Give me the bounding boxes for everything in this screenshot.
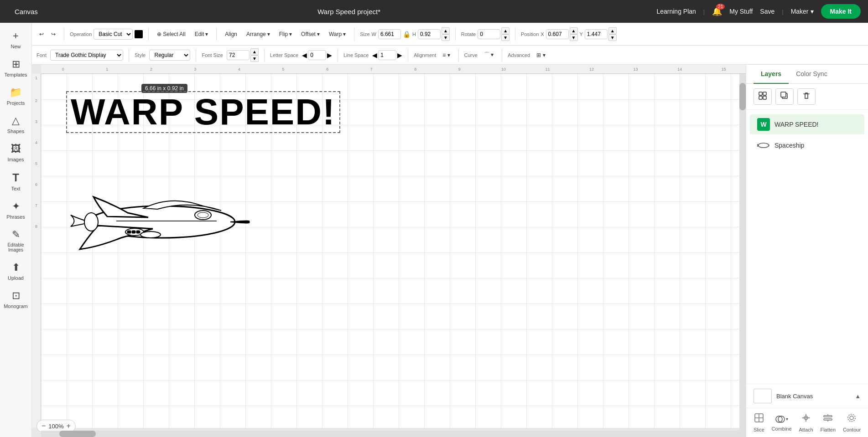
sidebar-item-new[interactable]: + New (1, 26, 31, 53)
width-input[interactable] (378, 29, 401, 39)
layer-item-spaceship[interactable]: Spaceship (750, 135, 864, 155)
sidebar-item-images[interactable]: 🖼 Images (1, 139, 31, 166)
editable-images-icon: ✎ (12, 229, 20, 241)
font-size-label: Font Size (202, 52, 223, 58)
advanced-button[interactable]: ⊞ ▾ (534, 50, 548, 60)
letter-space-increase[interactable]: ▶ (327, 51, 332, 59)
make-it-button[interactable]: Make It (821, 4, 861, 19)
horizontal-scrollbar[interactable] (41, 431, 746, 437)
sidebar-item-phrases[interactable]: ✦ Phrases (1, 197, 31, 223)
svg-point-27 (848, 414, 855, 422)
layer-spaceship-name: Spaceship (774, 142, 804, 149)
operation-select[interactable]: Basic Cut (94, 29, 133, 40)
position-y-label: Y (580, 31, 583, 37)
slice-icon (754, 413, 764, 425)
rotate-input[interactable] (478, 29, 500, 39)
sidebar-item-upload[interactable]: ⬆ Upload (1, 258, 31, 284)
sidebar-item-editable-images[interactable]: ✎ Editable Images (1, 225, 31, 256)
sidebar-item-monogram[interactable]: ⊡ Monogram (1, 286, 31, 313)
warp-button[interactable]: Warp ▾ (326, 29, 348, 39)
undo-button[interactable]: ↩ (36, 29, 47, 39)
delete-button[interactable] (797, 88, 816, 105)
select-all-button[interactable]: ⊕ Select All (154, 29, 188, 39)
size-label: Size (360, 31, 369, 37)
toolbar-area: ↩ ↪ Operation Basic Cut ⊕ Select All Edi… (32, 23, 868, 437)
font-size-group: ▲ ▼ (227, 48, 259, 62)
height-up-btn[interactable]: ▲ (442, 27, 450, 34)
ruler-top: 0 1 2 3 4 5 6 7 8 9 10 11 12 13 14 15 (41, 65, 746, 74)
left-sidebar: + New ⊞ Templates 📁 Projects △ Shapes 🖼 … (0, 23, 32, 437)
y-up-btn[interactable]: ▲ (608, 27, 617, 34)
flip-button[interactable]: Flip ▾ (276, 29, 295, 39)
contour-action[interactable]: Contour (843, 413, 861, 432)
vertical-scrollbar[interactable] (739, 74, 746, 431)
letter-space-input[interactable] (308, 50, 326, 60)
combine-action[interactable]: ▾ Combine (772, 414, 792, 432)
height-down-btn[interactable]: ▼ (442, 34, 450, 41)
x-down-btn[interactable]: ▼ (570, 34, 578, 41)
tab-layers[interactable]: Layers (754, 65, 789, 84)
sidebar-item-projects[interactable]: 📁 Projects (1, 83, 31, 109)
undo-redo-group: ↩ ↪ (36, 29, 58, 39)
sidebar-item-shapes[interactable]: △ Shapes (1, 111, 31, 138)
zoom-in-button[interactable]: + (67, 422, 71, 430)
line-space-decrease[interactable]: ◀ (372, 51, 377, 59)
duplicate-button[interactable] (775, 88, 794, 105)
spaceship-element[interactable] (62, 172, 258, 263)
arrange-button[interactable]: Arrange ▾ (244, 29, 273, 39)
edit-button[interactable]: Edit ▾ (192, 29, 211, 39)
font-label: Font (36, 52, 47, 58)
rotate-down-btn[interactable]: ▼ (501, 34, 509, 41)
shapes-icon: △ (12, 115, 20, 127)
alignment-button[interactable]: ≡ ▾ (440, 50, 452, 60)
svg-rect-11 (763, 92, 766, 95)
project-title[interactable]: Warp Speed project* (49, 8, 650, 15)
slice-action[interactable]: Slice (754, 413, 764, 432)
color-box[interactable] (135, 30, 143, 38)
y-down-btn[interactable]: ▼ (608, 34, 617, 41)
font-select[interactable]: Trade Gothic Display (50, 50, 123, 61)
warp-speed-text-element[interactable]: WARP SPEED! (66, 91, 340, 133)
sidebar-item-text-label: Text (11, 186, 20, 191)
redo-button[interactable]: ↪ (48, 29, 58, 39)
group-button[interactable] (754, 88, 772, 105)
notification-button[interactable]: 🔔 21 (712, 6, 722, 16)
attach-action[interactable]: Attach (799, 413, 813, 432)
top-nav: Canvas Warp Speed project* Learning Plan… (0, 0, 868, 23)
tab-color-sync[interactable]: Color Sync (789, 65, 834, 84)
zoom-out-button[interactable]: − (42, 422, 46, 430)
font-size-down-btn[interactable]: ▼ (250, 55, 259, 62)
sidebar-item-text[interactable]: T Text (1, 168, 31, 195)
letter-space-decrease[interactable]: ◀ (302, 51, 307, 59)
nav-right: Learning Plan | 🔔 21 My Stuff Save | Mak… (656, 4, 861, 19)
height-input[interactable] (418, 29, 441, 39)
rotate-up-btn[interactable]: ▲ (501, 27, 509, 34)
my-stuff-button[interactable]: My Stuff (729, 8, 753, 15)
sidebar-item-templates-label: Templates (4, 72, 27, 77)
contour-label: Contour (843, 427, 861, 432)
save-button[interactable]: Save (760, 8, 774, 15)
maker-dropdown[interactable]: Maker ▾ (791, 8, 814, 15)
line-space-input[interactable] (378, 50, 396, 60)
blank-canvas-expand[interactable]: ▲ (855, 393, 861, 400)
font-size-up-btn[interactable]: ▲ (250, 48, 259, 55)
x-up-btn[interactable]: ▲ (570, 27, 578, 34)
x-input[interactable] (546, 29, 569, 39)
lock-icon[interactable]: 🔒 (403, 31, 411, 38)
canvas-work-area[interactable]: 6.66 in x 0.92 in WARP SPEED! (41, 74, 746, 428)
offset-button[interactable]: Offset ▾ (298, 29, 322, 39)
layer-item-warp-speed[interactable]: W WARP SPEED! (750, 114, 864, 134)
style-select[interactable]: Regular (149, 50, 190, 61)
blank-canvas-section: Blank Canvas ▲ (746, 384, 868, 408)
line-space-increase[interactable]: ▶ (397, 51, 402, 59)
panel-tabs: Layers Color Sync (746, 65, 868, 84)
curve-button[interactable]: ⌒ ▾ (481, 49, 496, 61)
font-size-input[interactable] (227, 50, 249, 60)
learning-plan-link[interactable]: Learning Plan (656, 8, 696, 15)
y-input[interactable] (585, 29, 608, 39)
align-button[interactable]: Align (222, 29, 240, 39)
flatten-action[interactable]: Flatten (820, 413, 836, 432)
height-input-group: ▲ ▼ (418, 27, 450, 41)
canvas-container[interactable]: 0 1 2 3 4 5 6 7 8 9 10 11 12 13 14 15 (32, 65, 746, 437)
sidebar-item-templates[interactable]: ⊞ Templates (1, 55, 31, 81)
